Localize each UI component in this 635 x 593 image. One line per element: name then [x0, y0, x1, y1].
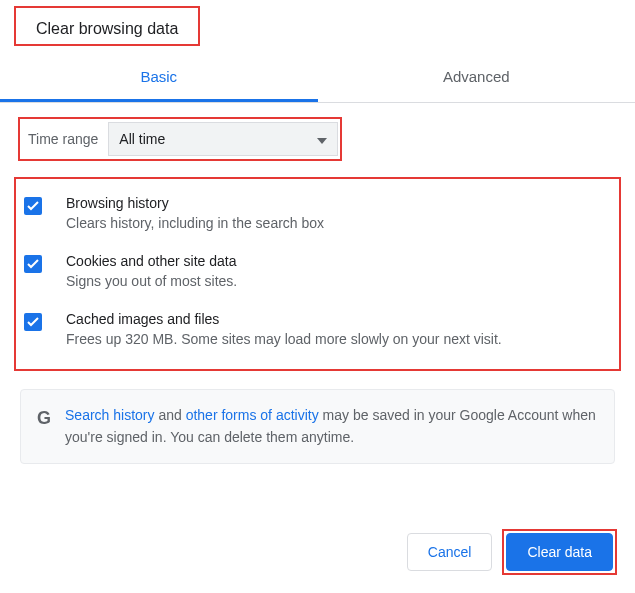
option-title: Cookies and other site data: [66, 253, 609, 269]
time-range-select[interactable]: All time: [108, 122, 338, 156]
search-history-link[interactable]: Search history: [65, 407, 154, 423]
options-block: Browsing history Clears history, includi…: [14, 177, 621, 371]
option-row: Cookies and other site data Signs you ou…: [20, 243, 615, 301]
option-row: Browsing history Clears history, includi…: [20, 185, 615, 243]
tab-basic[interactable]: Basic: [0, 54, 318, 102]
check-icon: [27, 259, 39, 269]
clear-data-button[interactable]: Clear data: [506, 533, 613, 571]
time-range-row: Time range All time: [18, 117, 342, 161]
check-icon: [27, 317, 39, 327]
option-subtitle: Clears history, including in the search …: [66, 215, 609, 231]
option-title: Browsing history: [66, 195, 609, 211]
option-title: Cached images and files: [66, 311, 609, 327]
check-icon: [27, 201, 39, 211]
checkbox-browsing-history[interactable]: [24, 197, 42, 215]
dialog-title: Clear browsing data: [16, 8, 198, 44]
checkbox-cookies[interactable]: [24, 255, 42, 273]
option-subtitle: Signs you out of most sites.: [66, 273, 609, 289]
chevron-down-icon: [317, 131, 327, 147]
option-row: Cached images and files Frees up 320 MB.…: [20, 301, 615, 359]
checkbox-cached[interactable]: [24, 313, 42, 331]
tab-advanced[interactable]: Advanced: [318, 54, 636, 102]
time-range-label: Time range: [22, 121, 108, 157]
dialog-buttons: Cancel Clear data: [407, 529, 617, 575]
option-subtitle: Frees up 320 MB. Some sites may load mor…: [66, 331, 609, 347]
cancel-button[interactable]: Cancel: [407, 533, 493, 571]
tabs: Basic Advanced: [0, 54, 635, 103]
info-box: G Search history and other forms of acti…: [20, 389, 615, 464]
time-range-value: All time: [119, 131, 165, 147]
info-text: Search history and other forms of activi…: [65, 404, 604, 449]
other-activity-link[interactable]: other forms of activity: [186, 407, 319, 423]
google-icon: G: [37, 408, 51, 429]
